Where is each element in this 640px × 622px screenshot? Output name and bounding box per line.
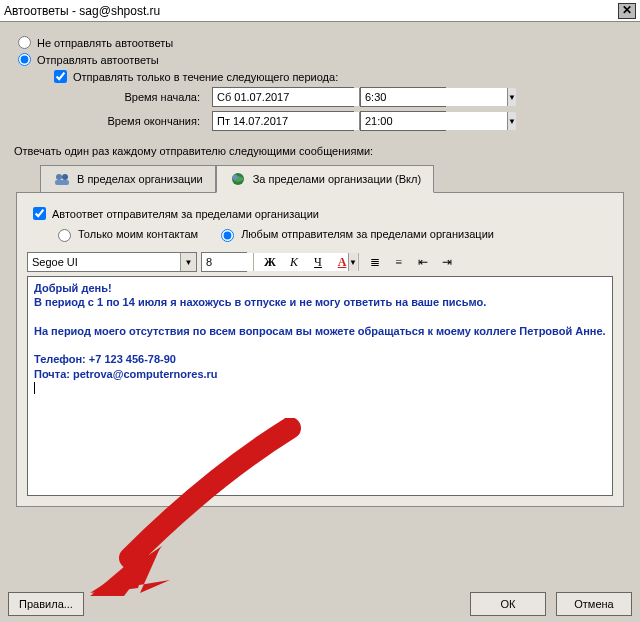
- tab-outside-org[interactable]: За пределами организации (Вкл): [216, 165, 434, 193]
- label-send: Отправлять автоответы: [37, 54, 159, 66]
- font-name-combo[interactable]: ▼: [27, 252, 197, 272]
- tab-inside-label: В пределах организации: [77, 173, 203, 185]
- separator: [253, 253, 254, 271]
- svg-marker-6: [92, 543, 152, 594]
- message-editor[interactable]: Добрый день! В период с 1 по 14 июля я н…: [27, 276, 613, 496]
- end-time-picker[interactable]: ▼: [360, 111, 446, 131]
- reply-section-label: Отвечать один раз каждому отправителю сл…: [14, 145, 628, 157]
- tab-inside-org[interactable]: В пределах организации: [40, 165, 216, 193]
- rules-button[interactable]: Правила...: [8, 592, 84, 616]
- svg-rect-2: [55, 180, 69, 185]
- option-do-not-send[interactable]: Не отправлять автоответы: [12, 36, 628, 49]
- italic-button[interactable]: К: [284, 252, 304, 272]
- label-start: Время начала:: [80, 91, 200, 103]
- tab-panel-outside: Автоответ отправителям за пределами орга…: [16, 192, 624, 507]
- start-date-input[interactable]: [213, 88, 359, 106]
- end-date-input[interactable]: [213, 112, 359, 130]
- chevron-down-icon[interactable]: ▼: [180, 253, 196, 271]
- option-send[interactable]: Отправлять автоответы: [12, 53, 628, 66]
- window-title: Автоответы - sag@shpost.ru: [4, 4, 618, 18]
- editor-toolbar: ▼ ▼ Ж К Ч А ≣ ≡ ⇤ ⇥: [27, 252, 613, 272]
- bold-button[interactable]: Ж: [260, 252, 280, 272]
- indent-button[interactable]: ⇥: [437, 252, 457, 272]
- end-date-picker[interactable]: ▼: [212, 111, 354, 131]
- dialog-body: Не отправлять автоответы Отправлять авто…: [0, 22, 640, 515]
- start-time-picker[interactable]: ▼: [360, 87, 446, 107]
- option-anyone[interactable]: Любым отправителям за пределами организа…: [216, 226, 494, 242]
- globe-icon: [229, 171, 247, 187]
- check-period[interactable]: [54, 70, 67, 83]
- label-do-not-send: Не отправлять автоответы: [37, 37, 173, 49]
- chevron-down-icon[interactable]: ▼: [507, 112, 516, 130]
- font-size-combo[interactable]: ▼: [201, 252, 247, 272]
- svg-point-0: [56, 174, 62, 180]
- chevron-down-icon[interactable]: ▼: [507, 88, 516, 106]
- svg-point-4: [232, 175, 237, 180]
- svg-point-1: [62, 174, 68, 180]
- row-end: Время окончания: ▼ ▼: [80, 111, 628, 131]
- dialog-button-row: Правила... ОК Отмена: [0, 592, 640, 616]
- option-only-contacts[interactable]: Только моим контактам: [53, 226, 198, 242]
- radio-only-contacts[interactable]: [58, 229, 71, 242]
- underline-button[interactable]: Ч: [308, 252, 328, 272]
- ok-button[interactable]: ОК: [470, 592, 546, 616]
- check-outside-autoreply[interactable]: [33, 207, 46, 220]
- label-outside-autoreply: Автоответ отправителям за пределами орга…: [52, 208, 319, 220]
- label-anyone: Любым отправителям за пределами организа…: [241, 228, 494, 240]
- users-icon: [53, 171, 71, 187]
- font-color-button[interactable]: А: [332, 252, 352, 272]
- option-outside-autoreply[interactable]: Автоответ отправителям за пределами орга…: [27, 207, 613, 220]
- label-only-contacts: Только моим контактам: [78, 228, 198, 240]
- separator: [358, 253, 359, 271]
- row-start: Время начала: ▼ ▼: [80, 87, 628, 107]
- numbers-button[interactable]: ≡: [389, 252, 409, 272]
- start-date-picker[interactable]: ▼: [212, 87, 354, 107]
- svg-marker-5: [90, 548, 170, 593]
- start-time-input[interactable]: [361, 88, 507, 106]
- outdent-button[interactable]: ⇤: [413, 252, 433, 272]
- radio-anyone[interactable]: [221, 229, 234, 242]
- option-period[interactable]: Отправлять только в течение следующего п…: [48, 70, 628, 83]
- end-time-input[interactable]: [361, 112, 507, 130]
- title-bar: Автоответы - sag@shpost.ru ✕: [0, 0, 640, 22]
- radio-send[interactable]: [18, 53, 31, 66]
- font-name-input[interactable]: [28, 253, 180, 271]
- cancel-button[interactable]: Отмена: [556, 592, 632, 616]
- outside-scope: Только моим контактам Любым отправителям…: [53, 226, 613, 242]
- svg-marker-7: [90, 546, 162, 596]
- close-button[interactable]: ✕: [618, 3, 636, 19]
- tab-outside-label: За пределами организации (Вкл): [253, 173, 421, 185]
- radio-do-not-send[interactable]: [18, 36, 31, 49]
- label-end: Время окончания:: [80, 115, 200, 127]
- tabs: В пределах организации За пределами орга…: [40, 165, 628, 193]
- label-period: Отправлять только в течение следующего п…: [73, 71, 338, 83]
- bullets-button[interactable]: ≣: [365, 252, 385, 272]
